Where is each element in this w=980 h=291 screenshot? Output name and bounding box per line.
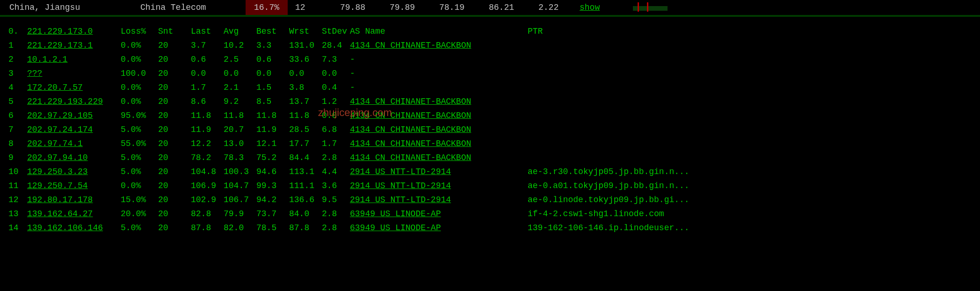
- hop-ip[interactable]: 202.97.24.174: [27, 123, 121, 137]
- hop-wrst: 13.7: [289, 95, 322, 109]
- table-row: 12192.80.17.17815.0%20102.9106.794.2136.…: [8, 193, 980, 207]
- hop-index: 1: [8, 38, 27, 52]
- hop-avg: 11.8: [224, 109, 256, 123]
- hop-wrst: 33.6: [289, 52, 322, 66]
- hop-ip[interactable]: 221.229.173.1: [27, 38, 121, 52]
- hop-wrst: 17.7: [289, 137, 322, 151]
- hop-best: 75.2: [256, 151, 289, 165]
- hop-asname: 63949 US LINODE-AP: [350, 207, 528, 221]
- hdr-stdev: StDev: [322, 24, 350, 38]
- sparkline: [631, 0, 668, 15]
- hop-ip[interactable]: 172.20.7.57: [27, 80, 121, 95]
- hop-index: 6: [8, 109, 27, 123]
- hdr-asname: AS Name: [350, 24, 528, 38]
- hop-index: 8: [8, 137, 27, 151]
- summary-avg: 79.89: [382, 0, 432, 15]
- hop-avg: 2.5: [224, 52, 256, 66]
- table-row: 10129.250.3.235.0%20104.8100.394.6113.14…: [8, 165, 980, 179]
- hop-best: 73.7: [256, 207, 289, 221]
- hop-loss: 15.0%: [121, 193, 158, 207]
- hop-index: 5: [8, 95, 27, 109]
- hop-best: 8.5: [256, 95, 289, 109]
- hop-ip[interactable]: 129.250.7.54: [27, 179, 121, 193]
- table-row: 1221.229.173.10.0%203.710.23.3131.028.44…: [8, 38, 980, 52]
- hop-asname: 4134 CN CHINANET-BACKBON: [350, 151, 528, 165]
- hop-best: 0.0: [256, 66, 289, 80]
- table-row: 9202.97.94.105.0%2078.278.375.284.42.841…: [8, 151, 980, 165]
- hop-ip[interactable]: ???: [27, 66, 121, 80]
- hop-wrst: 87.8: [289, 221, 322, 235]
- summary-loss: 16.7%: [246, 0, 288, 15]
- hdr-ip: 221.229.173.0: [27, 24, 121, 38]
- hop-best: 11.9: [256, 123, 289, 137]
- hop-asname: 4134 CN CHINANET-BACKBON: [350, 109, 528, 123]
- table-row: 13139.162.64.2720.0%2082.879.973.784.02.…: [8, 207, 980, 221]
- hop-asname: 4134 CN CHINANET-BACKBON: [350, 38, 528, 52]
- hop-last: 11.8: [191, 109, 224, 123]
- hop-ip[interactable]: 10.1.2.1: [27, 52, 121, 66]
- hop-best: 11.8: [256, 109, 289, 123]
- isp: China Telecom: [140, 0, 246, 15]
- hdr-wrst: Wrst: [289, 24, 322, 38]
- table-row: 7202.97.24.1745.0%2011.920.711.928.56.84…: [8, 123, 980, 137]
- table-row: 11129.250.7.540.0%20106.9104.799.3111.13…: [8, 179, 980, 193]
- table-row: 5221.229.193.2290.0%208.69.28.513.71.241…: [8, 95, 980, 109]
- hop-avg: 10.2: [224, 38, 256, 52]
- hdr-last: Last: [191, 24, 224, 38]
- hop-ptr: [528, 95, 980, 109]
- hop-avg: 0.0: [224, 66, 256, 80]
- hop-index: 2: [8, 52, 27, 66]
- hop-loss: 95.0%: [121, 109, 158, 123]
- table-row: 6202.97.29.10595.0%2011.811.811.811.80.0…: [8, 109, 980, 123]
- hop-last: 3.7: [191, 38, 224, 52]
- hop-asname: 63949 US LINODE-AP: [350, 221, 528, 235]
- hdr-best: Best: [256, 24, 289, 38]
- hop-stdev: 0.4: [322, 80, 350, 95]
- table-row: 3???100.0200.00.00.00.00.0-: [8, 66, 980, 80]
- hop-ip[interactable]: 202.97.29.105: [27, 109, 121, 123]
- hop-avg: 2.1: [224, 80, 256, 95]
- hop-avg: 78.3: [224, 151, 256, 165]
- hop-ptr: ae-0.a01.tokyjp09.jp.bb.gin.n...: [528, 179, 980, 193]
- spark-bar: [647, 2, 648, 12]
- hop-loss: 5.0%: [121, 151, 158, 165]
- hop-asname: 2914 US NTT-LTD-2914: [350, 193, 528, 207]
- hop-snt: 20: [158, 221, 191, 235]
- hop-asname: 2914 US NTT-LTD-2914: [350, 165, 528, 179]
- hop-ip[interactable]: 139.162.64.27: [27, 207, 121, 221]
- hop-wrst: 136.6: [289, 193, 322, 207]
- table-header: 0. 221.229.173.0 Loss% Snt Last Avg Best…: [8, 24, 980, 38]
- hop-index: 10: [8, 165, 27, 179]
- hop-ip[interactable]: 192.80.17.178: [27, 193, 121, 207]
- hop-best: 99.3: [256, 179, 289, 193]
- hop-ptr: 139-162-106-146.ip.linodeuser...: [528, 221, 980, 235]
- hop-avg: 9.2: [224, 95, 256, 109]
- summary-bar: China, Jiangsu China Telecom 16.7% 12 79…: [0, 0, 980, 17]
- hop-wrst: 113.1: [289, 165, 322, 179]
- hop-snt: 20: [158, 151, 191, 165]
- hop-loss: 0.0%: [121, 52, 158, 66]
- hop-snt: 20: [158, 123, 191, 137]
- summary-worst: 86.21: [481, 0, 531, 15]
- hop-last: 102.9: [191, 193, 224, 207]
- hop-best: 12.1: [256, 137, 289, 151]
- hop-ip[interactable]: 202.97.74.1: [27, 137, 121, 151]
- hop-snt: 20: [158, 179, 191, 193]
- hop-stdev: 7.3: [322, 52, 350, 66]
- hop-ip[interactable]: 202.97.94.10: [27, 151, 121, 165]
- table-row: 14139.162.106.1465.0%2087.882.078.587.82…: [8, 221, 980, 235]
- hop-loss: 0.0%: [121, 179, 158, 193]
- hop-ip[interactable]: 221.229.193.229: [27, 95, 121, 109]
- summary-best: 78.19: [432, 0, 481, 15]
- show-link[interactable]: show: [575, 0, 631, 15]
- hop-loss: 5.0%: [121, 221, 158, 235]
- hop-asname: -: [350, 80, 528, 95]
- summary-stdev: 2.22: [531, 0, 575, 15]
- hop-last: 0.0: [191, 66, 224, 80]
- hop-index: 13: [8, 207, 27, 221]
- hop-ip[interactable]: 139.162.106.146: [27, 221, 121, 235]
- hop-last: 78.2: [191, 151, 224, 165]
- table-row: 210.1.2.10.0%200.62.50.633.67.3-: [8, 52, 980, 66]
- hop-ptr: [528, 52, 980, 66]
- hop-ip[interactable]: 129.250.3.23: [27, 165, 121, 179]
